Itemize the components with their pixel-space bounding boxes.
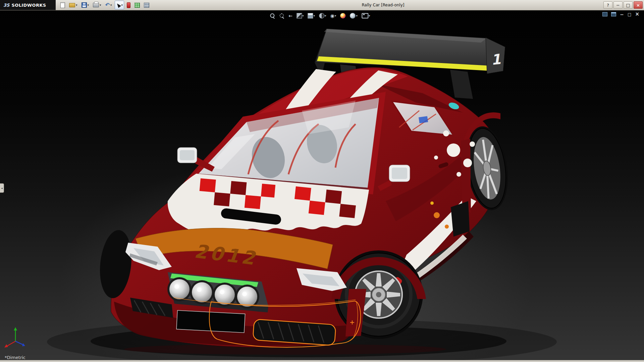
minimize-document-icon bbox=[620, 12, 624, 17]
zoom-to-area-icon bbox=[279, 13, 284, 18]
apply-scene-button[interactable]: ▾ bbox=[348, 12, 359, 19]
maximize-button[interactable]: □ bbox=[624, 1, 633, 9]
solidworks-window: 1 bbox=[0, 0, 644, 362]
view-settings-icon bbox=[362, 13, 368, 18]
zoom-to-fit-button[interactable] bbox=[269, 12, 276, 19]
new-document-icon bbox=[60, 2, 65, 8]
print-icon bbox=[93, 3, 99, 7]
status-bar-edge bbox=[0, 360, 644, 362]
headsup-toolbar: ▾▾▾▾▾▾ bbox=[269, 12, 371, 19]
view-settings-button[interactable]: ▾ bbox=[361, 12, 371, 19]
display-style-icon bbox=[319, 13, 324, 18]
print-button[interactable]: ▾ bbox=[92, 1, 103, 9]
select-icon bbox=[116, 3, 121, 8]
view-orientation-label: *Dimetric bbox=[5, 355, 25, 360]
restore-document-icon bbox=[628, 12, 631, 16]
print-dropdown-caret[interactable]: ▾ bbox=[100, 3, 101, 7]
zoom-to-fit-icon bbox=[270, 13, 275, 18]
new-document-button[interactable] bbox=[59, 1, 66, 9]
open-dropdown-caret[interactable]: ▾ bbox=[76, 3, 77, 7]
undo-icon bbox=[105, 2, 110, 8]
dassault-logo-mark: 3S bbox=[3, 3, 9, 8]
apply-scene-dropdown-caret[interactable]: ▾ bbox=[356, 14, 358, 17]
undo-dropdown-caret[interactable]: ▾ bbox=[110, 3, 112, 7]
hide-show-items-dropdown-caret[interactable]: ▾ bbox=[335, 14, 336, 17]
rebuild-button[interactable] bbox=[125, 1, 132, 9]
options-icon bbox=[144, 3, 149, 8]
close-document-button[interactable] bbox=[634, 11, 640, 17]
main-toolbar: ▾▾▾▾▾ bbox=[56, 1, 151, 9]
title-bar: 3S SOLIDWORKS ▾▾▾▾▾ Rally Car [Read-only… bbox=[0, 0, 644, 10]
save-button[interactable]: ▾ bbox=[80, 1, 91, 9]
fullscreen-icon bbox=[611, 12, 616, 16]
options-button[interactable] bbox=[143, 1, 151, 9]
view-orientation-icon bbox=[308, 13, 313, 18]
minimize-button[interactable]: − bbox=[613, 1, 623, 9]
file-properties-icon bbox=[135, 3, 140, 8]
rebuild-icon bbox=[127, 2, 130, 8]
view-orientation-button[interactable]: ▾ bbox=[307, 12, 316, 19]
previous-view-button[interactable] bbox=[287, 13, 293, 19]
zoom-to-area-button[interactable] bbox=[278, 12, 285, 19]
featuremanager-toggle-icon bbox=[602, 12, 607, 16]
select-dropdown-caret[interactable]: ▾ bbox=[121, 3, 123, 7]
undo-button[interactable]: ▾ bbox=[104, 1, 113, 9]
apply-scene-icon bbox=[350, 13, 356, 19]
fullscreen-button[interactable] bbox=[610, 12, 617, 17]
orientation-triad bbox=[3, 326, 31, 350]
select-button[interactable]: ▾ bbox=[115, 1, 124, 9]
save-icon bbox=[82, 2, 87, 8]
hide-show-items-button[interactable]: ▾ bbox=[329, 13, 337, 19]
window-controls: ?−□× bbox=[602, 1, 643, 9]
open-button[interactable]: ▾ bbox=[68, 1, 79, 9]
minimize-document-button[interactable] bbox=[619, 12, 625, 17]
wing-number: 1 bbox=[490, 51, 501, 68]
edit-appearance-button[interactable] bbox=[339, 12, 346, 19]
car-model[interactable]: 1 bbox=[0, 0, 644, 362]
side-scoop[interactable] bbox=[451, 201, 470, 237]
section-view-icon bbox=[297, 13, 302, 18]
help-button[interactable]: ? bbox=[603, 1, 612, 9]
file-properties-button[interactable] bbox=[133, 1, 141, 9]
close-document-icon bbox=[635, 12, 639, 17]
restore-document-button[interactable] bbox=[627, 12, 632, 17]
display-style-dropdown-caret[interactable]: ▾ bbox=[325, 14, 326, 17]
open-icon bbox=[69, 3, 75, 7]
display-style-button[interactable]: ▾ bbox=[318, 12, 327, 19]
section-view-button[interactable]: ▾ bbox=[296, 12, 305, 19]
solidworks-logo: 3S SOLIDWORKS bbox=[0, 0, 56, 10]
previous-view-icon bbox=[288, 13, 292, 18]
graphics-viewport[interactable]: 1 bbox=[0, 0, 644, 362]
edit-appearance-icon bbox=[340, 13, 345, 18]
brand-name: SOLIDWORKS bbox=[11, 3, 46, 8]
save-dropdown-caret[interactable]: ▾ bbox=[88, 3, 89, 7]
collapse-arrow-icon: ◂ bbox=[1, 187, 2, 190]
panel-collapse-tab[interactable]: ◂ bbox=[0, 183, 4, 193]
window-title: Rally Car [Read-only] bbox=[362, 0, 405, 10]
section-view-dropdown-caret[interactable]: ▾ bbox=[302, 14, 304, 17]
hide-show-items-icon bbox=[330, 13, 334, 18]
doc-window-controls bbox=[602, 11, 640, 17]
featuremanager-toggle-button[interactable] bbox=[602, 12, 608, 17]
close-button[interactable]: × bbox=[634, 1, 643, 9]
view-settings-dropdown-caret[interactable]: ▾ bbox=[369, 14, 370, 17]
view-orientation-dropdown-caret[interactable]: ▾ bbox=[314, 14, 315, 17]
